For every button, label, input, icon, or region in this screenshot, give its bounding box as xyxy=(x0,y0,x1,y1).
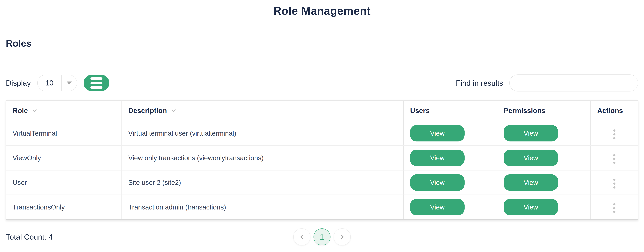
view-permissions-button[interactable]: View xyxy=(504,199,558,215)
vertical-dots-icon xyxy=(613,203,616,205)
actions-cell xyxy=(590,195,638,219)
page-number-button[interactable]: 1 xyxy=(314,228,330,245)
page-title: Role Management xyxy=(0,0,644,17)
display-label: Display xyxy=(6,79,31,87)
toolbar-right: Find in results xyxy=(456,74,638,91)
columns-menu-button[interactable] xyxy=(84,75,109,91)
column-header-role[interactable]: Role xyxy=(6,100,122,121)
roles-table: Role Description xyxy=(6,100,638,220)
chevron-left-icon xyxy=(298,234,305,240)
row-actions-button[interactable] xyxy=(610,177,618,191)
view-users-button[interactable]: View xyxy=(410,174,464,191)
chevron-right-icon xyxy=(339,234,346,240)
permissions-cell: View xyxy=(497,121,590,146)
vertical-dots-icon xyxy=(613,179,616,181)
view-permissions-button[interactable]: View xyxy=(504,174,558,191)
table-footer: Total Count: 4 1 xyxy=(0,225,644,249)
table-toolbar: Display 10 Find in results xyxy=(6,74,638,91)
column-header-users: Users xyxy=(404,100,497,121)
users-cell: View xyxy=(404,146,497,170)
actions-cell xyxy=(590,121,638,146)
find-in-results-input[interactable] xyxy=(509,74,638,91)
vertical-dots-icon xyxy=(613,154,616,156)
page-size-value: 10 xyxy=(38,75,61,91)
role-cell: VirtualTerminal xyxy=(6,121,122,146)
chevron-down-icon xyxy=(170,107,177,114)
main-content: Roles Display 10 Find in results xyxy=(0,38,644,220)
row-actions-button[interactable] xyxy=(610,152,618,166)
table-row: User Site user 2 (site2) View View xyxy=(6,170,638,195)
permissions-cell: View xyxy=(497,195,590,219)
roles-section-header: Roles xyxy=(6,38,638,55)
roles-heading: Roles xyxy=(6,38,638,49)
view-users-button[interactable]: View xyxy=(410,150,464,166)
previous-page-button[interactable] xyxy=(293,228,310,245)
users-cell: View xyxy=(404,195,497,219)
roles-table-wrap: Role Description xyxy=(6,100,638,220)
table-row: ViewOnly View only transactions (viewonl… xyxy=(6,146,638,170)
view-users-button[interactable]: View xyxy=(410,125,464,142)
row-actions-button[interactable] xyxy=(610,201,618,215)
column-header-permissions: Permissions xyxy=(497,100,590,121)
view-permissions-button[interactable]: View xyxy=(504,150,558,166)
role-cell: ViewOnly xyxy=(6,146,122,170)
view-permissions-button[interactable]: View xyxy=(504,125,558,142)
caret-down-icon xyxy=(62,75,77,91)
users-cell: View xyxy=(404,170,497,195)
total-count: Total Count: 4 xyxy=(6,232,53,241)
toolbar-left: Display 10 xyxy=(6,75,109,91)
table-row: VirtualTerminal Virtual terminal user (v… xyxy=(6,121,638,146)
hamburger-menu-icon xyxy=(90,77,102,80)
chevron-down-icon xyxy=(31,107,38,114)
find-in-results-label: Find in results xyxy=(456,79,503,87)
actions-cell xyxy=(590,146,638,170)
role-cell: User xyxy=(6,170,122,195)
next-page-button[interactable] xyxy=(334,228,351,245)
permissions-cell: View xyxy=(497,146,590,170)
row-actions-button[interactable] xyxy=(610,128,618,141)
actions-cell xyxy=(590,170,638,195)
description-cell: Transaction admin (transactions) xyxy=(122,195,404,219)
total-count-value: 4 xyxy=(48,233,53,241)
page-size-select[interactable]: 10 xyxy=(37,75,77,91)
view-users-button[interactable]: View xyxy=(410,199,464,215)
pagination: 1 xyxy=(293,228,351,245)
description-cell: Site user 2 (site2) xyxy=(122,170,404,195)
total-count-label: Total Count: xyxy=(6,233,46,241)
role-cell: TransactionsOnly xyxy=(6,195,122,219)
table-header-row: Role Description xyxy=(6,100,638,121)
description-cell: View only transactions (viewonlytransact… xyxy=(122,146,404,170)
vertical-dots-icon xyxy=(613,130,616,132)
role-management-page: { "page": { "title": "Role Management" }… xyxy=(0,0,644,252)
column-header-description[interactable]: Description xyxy=(122,100,404,121)
column-header-actions: Actions xyxy=(590,100,638,121)
users-cell: View xyxy=(404,121,497,146)
description-cell: Virtual terminal user (virtualterminal) xyxy=(122,121,404,146)
table-row: TransactionsOnly Transaction admin (tran… xyxy=(6,195,638,219)
permissions-cell: View xyxy=(497,170,590,195)
